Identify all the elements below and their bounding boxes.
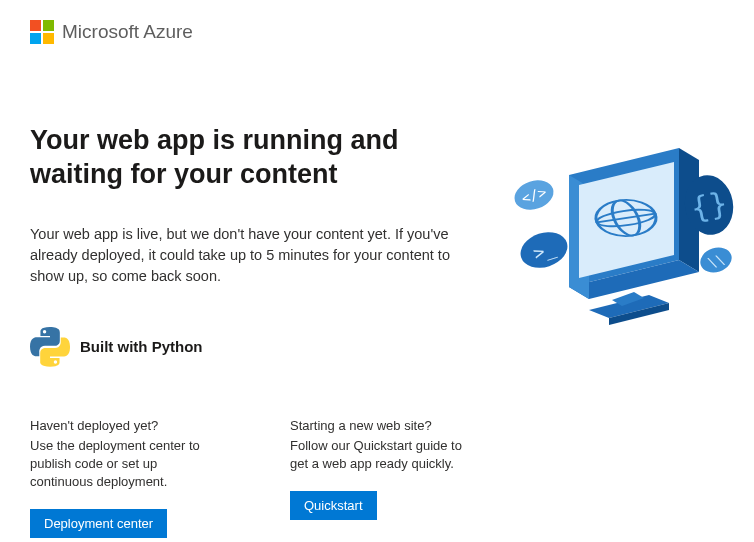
- microsoft-logo-icon: [30, 20, 54, 44]
- help-columns: Haven't deployed yet? Use the deployment…: [30, 417, 470, 539]
- quickstart-button[interactable]: Quickstart: [290, 491, 377, 520]
- azure-illustration-icon: </> >_ {} \\: [494, 140, 744, 340]
- header: Microsoft Azure: [30, 20, 724, 44]
- left-column: Your web app is running and waiting for …: [30, 124, 470, 538]
- page-title: Your web app is running and waiting for …: [30, 124, 470, 192]
- python-icon: [30, 327, 70, 367]
- description-text: Your web app is live, but we don't have …: [30, 224, 450, 287]
- deploy-body: Use the deployment center to publish cod…: [30, 437, 210, 492]
- built-with-row: Built with Python: [30, 327, 470, 367]
- brand-name: Microsoft Azure: [62, 21, 193, 43]
- quickstart-column: Starting a new web site? Follow our Quic…: [290, 417, 470, 539]
- quickstart-title: Starting a new web site?: [290, 417, 470, 435]
- deploy-title: Haven't deployed yet?: [30, 417, 210, 435]
- deployment-center-button[interactable]: Deployment center: [30, 509, 167, 538]
- built-with-label: Built with Python: [80, 338, 202, 355]
- svg-text:{}: {}: [688, 185, 730, 226]
- deploy-column: Haven't deployed yet? Use the deployment…: [30, 417, 210, 539]
- quickstart-body: Follow our Quickstart guide to get a web…: [290, 437, 470, 473]
